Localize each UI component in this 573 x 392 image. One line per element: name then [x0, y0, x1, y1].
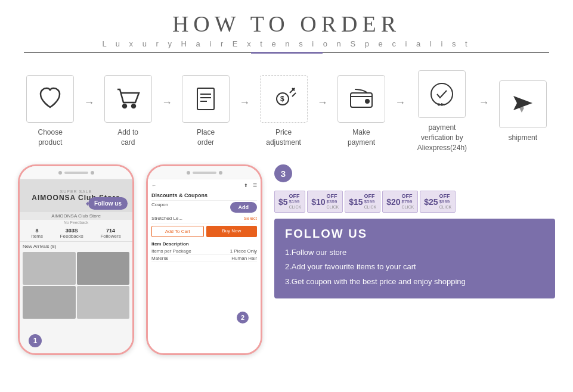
phone2-action-buttons: Add To Cart Buy Now	[151, 223, 257, 239]
follow-box-item: 2.Add your favourite items to your cart	[285, 261, 544, 273]
phone2-coupon-row: Coupon Add	[151, 201, 257, 214]
coupon-dollar: $20	[386, 197, 400, 207]
phone2-more-icon: ☰	[253, 183, 257, 188]
phone2-add-to-cart-button[interactable]: Add To Cart	[151, 226, 204, 237]
phone2-share-icon: ⬆	[244, 183, 248, 188]
coupon-details: OFF$799CLICK	[402, 194, 414, 209]
coupon-details: OFF$399CLICK	[327, 194, 339, 209]
step-icon-verify: 24h	[418, 70, 466, 118]
phone1-content: SUPER SALE AIMOONSA Club Store Follow us…	[20, 179, 132, 353]
follow-box-items: 1.Follow our store2.Add your favourite i…	[285, 247, 544, 288]
phone1-product-2	[77, 252, 130, 285]
coupon-item: $10OFF$399CLICK	[307, 191, 343, 212]
divider-line-left	[24, 52, 251, 53]
step-icon-heart	[26, 75, 74, 123]
step-add-to-card: Add tocard	[95, 75, 160, 148]
phone2-desc-material: Material Human Hair	[151, 255, 257, 262]
phone2-stretched-row: Stretched Le... Select	[151, 214, 257, 223]
phone2-top-actions: ⬆ ☰	[244, 183, 257, 188]
phone1-stat-followers: 714 Followers	[100, 228, 120, 239]
coupon-price: $199	[289, 200, 302, 205]
svg-point-14	[431, 83, 453, 105]
divider-line-right	[323, 52, 550, 53]
arrow-5: →	[395, 97, 405, 109]
phone-mockup-2: ← ⬆ ☰ Discounts & Coupons Coupon Add Str…	[146, 164, 262, 355]
phone1-stat-items: 8 Items	[31, 228, 43, 239]
phone2-buy-now-button[interactable]: Buy Now	[206, 226, 258, 237]
phone1-product-1	[23, 252, 76, 285]
step-label-payment-verification: paymentverfication byAliexpress(24h)	[417, 123, 467, 153]
step-label-add-to-card: Add tocard	[117, 127, 138, 148]
coupon-dollar: $5	[278, 197, 288, 207]
phone2-back-icon: ←	[151, 183, 156, 188]
phone1-stats: 8 Items 303S Feedbacks 714 Followers	[20, 225, 132, 242]
phone1-speaker	[64, 172, 88, 174]
phone2-add-btn-wrap: Add	[230, 202, 258, 213]
svg-point-1	[132, 104, 135, 108]
step-icon-document	[182, 75, 230, 123]
coupon-details: OFF$599CLICK	[364, 194, 377, 209]
coupon-click: CLICK	[439, 205, 452, 210]
step-place-order: Placeorder	[174, 75, 238, 148]
coupon-dollar: $15	[349, 197, 363, 207]
phone2-discounts-title: Discounts & Coupons	[151, 191, 257, 201]
phone1-store-name: AIMOONSA Club Store	[20, 212, 132, 220]
coupon-dollar: $25	[424, 197, 438, 207]
coupon-price: $399	[327, 200, 339, 205]
coupon-click: CLICK	[289, 205, 302, 210]
coupon-click: CLICK	[364, 205, 377, 210]
svg-text:24h: 24h	[438, 102, 445, 107]
phone1-stat-feedbacks: 303S Feedbacks	[60, 228, 83, 239]
page-subtitle: L u x u r y H a i r E x t e n s i o n S …	[0, 39, 573, 48]
step3-badge: 3	[274, 164, 292, 182]
bottom-section: SUPER SALE AIMOONSA Club Store Follow us…	[0, 158, 573, 361]
header-divider	[24, 52, 549, 54]
coupon-item: $15OFF$599CLICK	[345, 191, 380, 212]
phone1-follow-bubble[interactable]: Follow us	[88, 197, 128, 210]
coupon-details: OFF$999CLICK	[439, 194, 452, 209]
step-make-payment: Makepayment	[329, 75, 394, 148]
coupon-item: $5OFF$199CLICK	[274, 191, 305, 212]
phone1-sale-tag: SUPER SALE	[60, 189, 92, 194]
step-payment-verification: 24h paymentverfication byAliexpress(24h)	[407, 70, 477, 153]
coupons-bar: $5OFF$199CLICK$10OFF$399CLICK$15OFF$599C…	[274, 191, 555, 212]
steps-section: Chooseproduct → Add tocard → Placeorder …	[0, 58, 573, 158]
coupon-item: $25OFF$999CLICK	[420, 191, 456, 212]
svg-point-0	[123, 104, 126, 108]
phone2-content: ← ⬆ ☰ Discounts & Coupons Coupon Add Str…	[148, 179, 261, 353]
phone2-speaker	[193, 172, 216, 174]
coupon-price: $999	[439, 200, 452, 205]
step-icon-price: $	[260, 75, 308, 123]
coupon-item: $20OFF$799CLICK	[382, 191, 418, 212]
page-header: HOW TO ORDER L u x u r y H a i r E x t e…	[0, 0, 573, 58]
follow-box-title: FOLLOW US	[285, 227, 544, 241]
follow-box: FOLLOW US 1.Follow our store2.Add your f…	[274, 219, 555, 299]
step-price-adjustment: $ Priceadjustment	[251, 75, 315, 148]
coupon-price: $599	[364, 200, 377, 205]
phone1-product-3	[23, 286, 76, 319]
svg-point-13	[366, 99, 369, 103]
phone1-camera	[58, 171, 62, 175]
page-title: HOW TO ORDER	[0, 11, 573, 37]
phone2-add-button[interactable]: Add	[230, 202, 258, 213]
phone2-top-bar-icons: ← ⬆ ☰	[151, 182, 257, 191]
right-panel: 3 $5OFF$199CLICK$10OFF$399CLICK$15OFF$59…	[274, 164, 555, 298]
step-icon-wallet	[337, 75, 385, 123]
arrow-4: →	[317, 97, 328, 109]
phone2-camera2	[219, 171, 222, 175]
coupon-click: CLICK	[327, 205, 339, 210]
step-choose-product: Chooseproduct	[18, 75, 82, 148]
step-label-choose-product: Chooseproduct	[38, 127, 63, 148]
coupon-click: CLICK	[402, 205, 414, 210]
phone-mockup-1: SUPER SALE AIMOONSA Club Store Follow us…	[18, 164, 134, 355]
phone2-desc-items-per-package: Items per Package 1 Piece Only	[151, 248, 257, 255]
step-icon-cart	[104, 75, 152, 123]
phone2-top-bar	[148, 166, 261, 179]
svg-text:$: $	[280, 95, 284, 103]
follow-box-item: 3.Get coupon with the best price and enj…	[285, 276, 544, 288]
step-icon-plane	[499, 80, 547, 128]
svg-rect-2	[197, 88, 214, 110]
coupon-price: $799	[402, 200, 414, 205]
step-shipment: shipment	[491, 80, 555, 143]
phone1-product-4	[77, 286, 130, 319]
